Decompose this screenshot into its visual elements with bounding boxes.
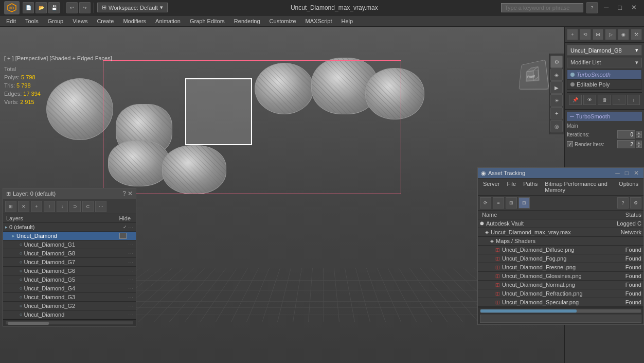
hierarchy-tab[interactable]: ⋈ [593,29,604,40]
layer-item-g4[interactable]: ○ Uncut_Diamond_G4 ··· [3,284,136,293]
at-item-glossines[interactable]: ◫ Uncut_Diamond_Glossines.png Found [478,272,643,281]
ts-iterations-up[interactable]: ▲ [636,131,642,134]
at-item-max[interactable]: ◈ Uncut_Diamond_max_vray.max Network [478,228,643,237]
layers-move-icon[interactable]: ↑ [44,201,55,212]
layers-help-btn[interactable]: ? [122,190,126,197]
ts-render-iters-down[interactable]: ▼ [636,144,642,148]
menu-create[interactable]: Create [93,17,118,25]
obj-name-dropdown[interactable]: ▾ [635,47,638,54]
menu-animation[interactable]: Animation [151,17,185,25]
layer-visibility-1[interactable] [119,233,127,239]
environment-icon[interactable]: ☀ [550,94,563,107]
at-item-diffuse[interactable]: ◫ Uncut_Diamond_Diffuse.png Found [478,246,643,254]
close-btn[interactable]: ✕ [628,3,640,12]
menu-maxscript[interactable]: MAXScript [301,17,336,25]
utilities-tab[interactable]: ⚒ [631,29,642,40]
at-icon-refresh[interactable]: ⟳ [480,197,491,209]
menu-views[interactable]: Views [68,17,92,25]
render-frame-icon[interactable]: ▶ [550,81,563,94]
at-item-specular[interactable]: ◫ Uncut_Diamond_Specular.png Found [478,298,643,307]
at-menu-options[interactable]: Options [616,180,641,194]
ts-render-iters-checkbox[interactable]: ✓ [567,141,573,147]
at-item-refraction[interactable]: ◫ Uncut_Diamond_Refraction.png Found [478,289,643,298]
raytracer-icon[interactable]: ◎ [550,120,563,132]
show-result-btn[interactable]: 👁 [583,95,596,105]
layers-options-icon[interactable]: ⋯ [95,201,106,212]
at-icon-settings[interactable]: ⚙ [630,197,641,209]
menu-customize[interactable]: Customize [265,17,300,25]
at-close-btn[interactable]: ✕ [632,169,640,177]
at-item-maps[interactable]: ◈ Maps / Shaders [478,237,643,246]
layer-item-uc[interactable]: ○ Uncut_Diamond ··· [3,310,136,319]
at-menu-paths[interactable]: Paths [520,180,541,194]
menu-modifiers[interactable]: Modifiers [119,17,150,25]
layer-item-uncut-diamond[interactable]: ▸ Uncut_Diamond ··· [3,232,136,240]
at-minimize-btn[interactable]: ─ [614,169,621,177]
undo-btn[interactable]: ↩ [66,2,78,13]
layer-item-g3[interactable]: ○ Uncut_Diamond_G3 ··· [3,293,136,302]
create-tab[interactable]: + [567,29,578,40]
move-up-btn[interactable]: ↑ [613,95,625,105]
layer-item-g6[interactable]: ○ Uncut_Diamond_G6 ··· [3,267,136,275]
layers-scroll-thumb[interactable] [8,322,49,325]
at-item-vault[interactable]: ⬟ Autodesk Vault Logged C [478,219,643,228]
save-btn[interactable]: 💾 [48,2,60,13]
at-icon-list[interactable]: ≡ [493,197,504,209]
layer-item-g5[interactable]: ○ Uncut_Diamond_G5 ··· [3,275,136,284]
layers-move-down-icon[interactable]: ↓ [57,201,68,212]
at-path-input[interactable] [480,315,641,323]
layers-expand-icon[interactable]: ⊞ [5,201,16,212]
ts-iterations-value[interactable]: 0 [617,130,635,139]
layers-split-icon[interactable]: ⊂ [82,201,94,212]
layer-item-g8[interactable]: ○ Uncut_Diamond_G8 ··· [3,249,136,258]
modify-tab[interactable]: ⟲ [580,29,591,40]
at-item-fresnel[interactable]: ◫ Uncut_Diamond_Fresnel.png Found [478,263,643,272]
help-icon[interactable]: ? [586,2,598,13]
layer-item-g2[interactable]: ○ Uncut_Diamond_G2 ··· [3,302,136,310]
render-setup-icon[interactable]: ⚙ [550,56,563,68]
modifier-turbosmooth[interactable]: TurboSmooth [567,70,641,80]
redo-btn[interactable]: ↪ [79,2,91,13]
layers-delete-icon[interactable]: ✕ [18,201,29,212]
maximize-btn[interactable]: □ [615,3,625,12]
menu-group[interactable]: Group [44,17,68,25]
delete-modifier-btn[interactable]: 🗑 [598,95,611,105]
modifier-list-arrow[interactable]: ▾ [635,59,638,66]
layer-item-g1[interactable]: ○ Uncut_Diamond_G1 ··· [3,240,136,249]
render-effects-icon[interactable]: ✦ [550,107,563,119]
layers-scroll-track[interactable] [5,321,134,325]
layers-merge-icon[interactable]: ⊃ [69,201,81,212]
menu-graph-editors[interactable]: Graph Editors [186,17,229,25]
at-menu-file[interactable]: File [504,180,519,194]
modifier-editablepoly[interactable]: Editable Poly [567,80,641,90]
at-maximize-btn[interactable]: □ [623,169,630,177]
display-tab[interactable]: ◉ [618,29,629,40]
at-menu-bitmap[interactable]: Bitmap Performance and Memory [542,180,615,194]
ts-render-iters-value[interactable]: 2 [617,140,635,148]
layer-item-default[interactable]: ▸ 0 (default) ✓ ··· [3,223,136,232]
menu-edit[interactable]: Edit [2,17,20,25]
layers-close-btn[interactable]: ✕ [128,190,133,197]
material-editor-icon[interactable]: ◈ [550,68,563,81]
menu-tools[interactable]: Tools [21,17,43,25]
layers-add-icon[interactable]: + [31,201,42,212]
at-item-normal[interactable]: ◫ Uncut_Diamond_Normal.png Found [478,281,643,289]
pin-stack-btn[interactable]: 📌 [569,95,582,105]
search-input[interactable] [501,3,583,12]
menu-help[interactable]: Help [337,17,357,25]
at-item-fog[interactable]: ◫ Uncut_Diamond_Fog.png Found [478,254,643,263]
minimize-btn[interactable]: ─ [601,3,612,12]
object-name-field[interactable]: Uncut_Diamond_G8 ▾ [567,45,642,56]
at-icon-help[interactable]: ? [617,197,629,209]
ts-render-iters-up[interactable]: ▲ [636,141,642,144]
layer-item-g7[interactable]: ○ Uncut_Diamond_G7 ··· [3,258,136,267]
open-btn[interactable]: 📂 [35,2,47,13]
new-btn[interactable]: 📄 [23,2,34,13]
menu-rendering[interactable]: Rendering [230,17,264,25]
view-cube[interactable]: Front [518,60,546,89]
workspace-dropdown[interactable]: ⊞ Workspace: Default ▾ [97,3,168,12]
ts-iterations-down[interactable]: ▼ [636,134,642,138]
at-icon-detail[interactable]: ⊟ [518,197,530,209]
at-icon-grid[interactable]: ⊞ [506,197,517,209]
at-menu-server[interactable]: Server [480,180,503,194]
